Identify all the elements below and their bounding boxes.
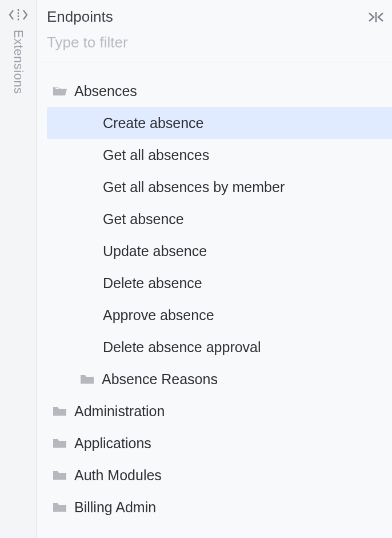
tree-item[interactable]: Administration bbox=[47, 395, 392, 427]
tree-item[interactable]: Auth Modules bbox=[47, 459, 392, 491]
folder-closed-icon bbox=[53, 437, 67, 449]
filter-input[interactable] bbox=[47, 34, 382, 51]
tree-item-label: Get absence bbox=[103, 211, 184, 228]
panel-header: Endpoints bbox=[37, 0, 392, 34]
folder-open-icon bbox=[53, 85, 67, 97]
tree-item-label: Billing Admin bbox=[74, 499, 156, 516]
tree-item[interactable]: Delete absence approval bbox=[47, 331, 392, 363]
tree-item[interactable]: Approve absence bbox=[47, 299, 392, 331]
tree-item-label: Applications bbox=[74, 435, 151, 452]
tree-item[interactable]: Absences bbox=[47, 75, 392, 107]
tree-item-label: Update absence bbox=[103, 243, 207, 260]
collapse-panel-icon[interactable] bbox=[368, 11, 384, 23]
folder-closed-icon bbox=[80, 373, 95, 385]
extensions-rail: Extensions bbox=[0, 0, 37, 538]
tree-item-label: Absence Reasons bbox=[102, 371, 218, 388]
folder-closed-icon bbox=[53, 405, 67, 417]
tree-item[interactable]: Delete absence bbox=[47, 267, 392, 299]
filter-row bbox=[37, 34, 392, 62]
tree-item-label: Absences bbox=[74, 83, 137, 99]
tree-item-label: Administration bbox=[74, 403, 165, 420]
folder-closed-icon bbox=[53, 469, 67, 481]
tree-item-label: Get all absences by member bbox=[103, 179, 285, 196]
tree-item[interactable]: Get all absences by member bbox=[47, 171, 392, 203]
tree-item-label: Auth Modules bbox=[74, 467, 162, 484]
tree-item-label: Get all absences bbox=[103, 147, 209, 164]
tree-item-label: Delete absence approval bbox=[103, 339, 261, 356]
tree-item[interactable]: Applications bbox=[47, 427, 392, 459]
tree-item[interactable]: Create absence bbox=[47, 107, 392, 139]
endpoints-panel: Endpoints AbsencesCreate absenceGet all … bbox=[37, 0, 392, 538]
endpoint-tree: AbsencesCreate absenceGet all absencesGe… bbox=[37, 62, 392, 523]
tree-item[interactable]: Get absence bbox=[47, 203, 392, 235]
folder-closed-icon bbox=[53, 501, 67, 513]
tree-item[interactable]: Get all absences bbox=[47, 139, 392, 171]
tree-item-label: Delete absence bbox=[103, 275, 202, 292]
expand-panel-icon[interactable] bbox=[9, 8, 28, 22]
tree-item[interactable]: Absence Reasons bbox=[47, 363, 392, 395]
tree-item[interactable]: Billing Admin bbox=[47, 491, 392, 523]
tree-item-label: Create absence bbox=[103, 115, 204, 131]
extensions-tab-label[interactable]: Extensions bbox=[11, 30, 26, 94]
tree-item-label: Approve absence bbox=[103, 307, 214, 324]
panel-title: Endpoints bbox=[47, 8, 113, 26]
tree-item[interactable]: Update absence bbox=[47, 235, 392, 267]
